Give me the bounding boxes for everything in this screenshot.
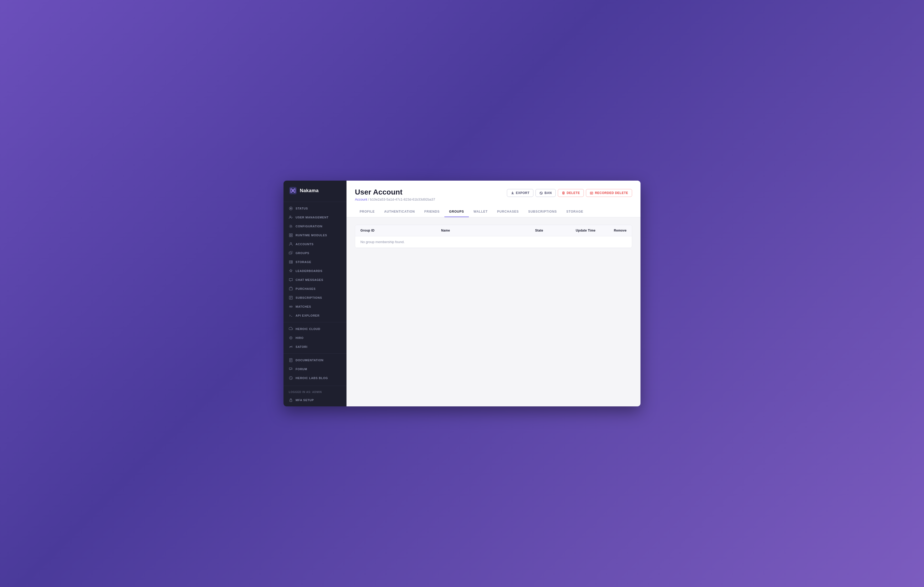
leaderboards-icon — [289, 269, 293, 273]
svg-point-2 — [290, 208, 292, 209]
svg-rect-8 — [291, 236, 292, 237]
sidebar-item-forum[interactable]: Forum — [284, 364, 346, 374]
table-empty-row: No group membership found. — [355, 236, 632, 248]
breadcrumb-id: b10e2a53-5a1d-47c1-823d-61b33d92ba37 — [370, 198, 435, 201]
storage-icon — [289, 260, 293, 264]
sidebar-item-hiro[interactable]: Hiro — [284, 333, 346, 342]
svg-rect-11 — [290, 251, 293, 253]
svg-rect-22 — [290, 400, 292, 402]
page-header-top: User Account Account / b10e2a53-5a1d-47c… — [355, 188, 632, 201]
tab-authentication[interactable]: Authentication — [380, 207, 420, 217]
logo-text: Nakama — [300, 188, 318, 193]
sidebar-item-api-explorer[interactable]: API Explorer — [284, 311, 346, 320]
chat-icon — [289, 278, 293, 282]
svg-rect-7 — [289, 236, 290, 237]
sidebar-item-matches[interactable]: Matches — [284, 302, 346, 311]
page-body: Group ID Name State Update Time Remove N… — [346, 218, 640, 406]
sidebar-item-storage[interactable]: Storage — [284, 257, 346, 267]
tab-profile[interactable]: Profile — [355, 207, 380, 217]
matches-icon — [289, 305, 293, 309]
svg-rect-10 — [289, 252, 292, 254]
docs-icon — [289, 358, 293, 362]
logged-in-label: Logged in as: Admin — [284, 389, 346, 396]
export-button[interactable]: Export — [507, 189, 533, 197]
api-icon — [289, 313, 293, 318]
svg-rect-16 — [289, 288, 292, 290]
sidebar-item-status[interactable]: Status — [284, 204, 346, 213]
sidebar-item-heroic-labs-blog[interactable]: Heroic Labs Blog — [284, 374, 346, 383]
col-header-update-time: Update Time — [571, 225, 609, 236]
blog-icon — [289, 376, 293, 380]
hiro-icon — [289, 336, 293, 340]
nav: Status User Management Configuration Run… — [284, 201, 346, 386]
groups-table-container: Group ID Name State Update Time Remove N… — [355, 225, 632, 248]
plugins-nav-section: Heroic Cloud Hiro Satori — [284, 322, 346, 353]
groups-icon — [289, 251, 293, 255]
tab-storage[interactable]: Storage — [561, 207, 588, 217]
col-header-group-id: Group ID — [355, 225, 436, 236]
sidebar-item-runtime-modules[interactable]: Runtime Modules — [284, 231, 346, 240]
svg-point-14 — [292, 261, 292, 262]
sidebar-item-heroic-cloud[interactable]: Heroic Cloud — [284, 325, 346, 333]
ban-icon — [540, 191, 543, 195]
svg-point-15 — [292, 262, 292, 263]
sidebar-item-chat-messages[interactable]: Chat Messages — [284, 275, 346, 284]
sidebar-item-user-management[interactable]: User Management — [284, 213, 346, 222]
resources-nav-section: Documentation Forum Heroic Labs Blog — [284, 353, 346, 384]
table-body: No group membership found. — [355, 236, 632, 248]
breadcrumb-separator: / — [368, 198, 370, 201]
tab-subscriptions[interactable]: Subscriptions — [523, 207, 561, 217]
col-header-remove: Remove — [609, 225, 632, 236]
svg-rect-6 — [291, 234, 292, 235]
col-header-name: Name — [436, 225, 530, 236]
sidebar-item-satori[interactable]: Satori — [284, 342, 346, 351]
heroic-cloud-icon — [289, 327, 293, 331]
sidebar-footer: Logged in as: Admin MFA Setup Logout — [284, 386, 346, 406]
table-empty-message: No group membership found. — [355, 236, 632, 248]
breadcrumb: Account / b10e2a53-5a1d-47c1-823d-61b33d… — [355, 198, 435, 201]
sidebar-item-purchases[interactable]: Purchases — [284, 284, 346, 293]
runtime-icon — [289, 233, 293, 237]
col-header-state: State — [530, 225, 571, 236]
sidebar-item-documentation[interactable]: Documentation — [284, 356, 346, 364]
delete-button[interactable]: Delete — [558, 189, 584, 197]
ban-button[interactable]: Ban — [536, 189, 556, 197]
user-management-icon — [289, 215, 293, 219]
tab-purchases[interactable]: Purchases — [492, 207, 524, 217]
main-nav-section: Status User Management Configuration Run… — [284, 202, 346, 322]
tab-wallet[interactable]: Wallet — [469, 207, 492, 217]
purchases-icon — [289, 287, 293, 291]
svg-point-1 — [292, 190, 294, 191]
table-header: Group ID Name State Update Time Remove — [355, 225, 632, 236]
breadcrumb-account-link[interactable]: Account — [355, 198, 367, 201]
svg-point-19 — [291, 306, 292, 307]
status-icon — [289, 206, 293, 211]
sidebar-item-configuration[interactable]: Configuration — [284, 222, 346, 231]
recorded-delete-button[interactable]: Recorded Delete — [586, 189, 632, 197]
export-icon — [511, 191, 514, 195]
title-area: User Account Account / b10e2a53-5a1d-47c… — [355, 188, 435, 201]
tab-friends[interactable]: Friends — [420, 207, 444, 217]
sidebar-item-subscriptions[interactable]: Subscriptions — [284, 293, 346, 302]
svg-point-4 — [290, 226, 292, 227]
svg-rect-5 — [289, 234, 290, 235]
logo: Nakama — [284, 181, 346, 201]
svg-point-18 — [290, 306, 291, 307]
sidebar-item-mfa-setup[interactable]: MFA Setup — [284, 396, 346, 404]
page-header: User Account Account / b10e2a53-5a1d-47c… — [346, 181, 640, 218]
sidebar-item-accounts[interactable]: Accounts — [284, 240, 346, 249]
sidebar-item-leaderboards[interactable]: Leaderboards — [284, 267, 346, 275]
subscriptions-icon — [289, 295, 293, 300]
forum-icon — [289, 367, 293, 371]
sidebar-item-logout[interactable]: Logout — [284, 404, 346, 406]
sidebar-item-groups[interactable]: Groups — [284, 249, 346, 257]
tab-groups[interactable]: Groups — [444, 207, 469, 217]
delete-icon — [562, 191, 565, 195]
recorded-delete-icon — [590, 191, 593, 195]
accounts-icon — [289, 242, 293, 246]
groups-table: Group ID Name State Update Time Remove N… — [355, 225, 632, 248]
header-actions: Export Ban Delete Recorded Delete — [507, 189, 632, 197]
tabs: Profile Authentication Friends Groups Wa… — [355, 207, 632, 217]
satori-icon — [289, 345, 293, 349]
mfa-icon — [289, 398, 293, 402]
